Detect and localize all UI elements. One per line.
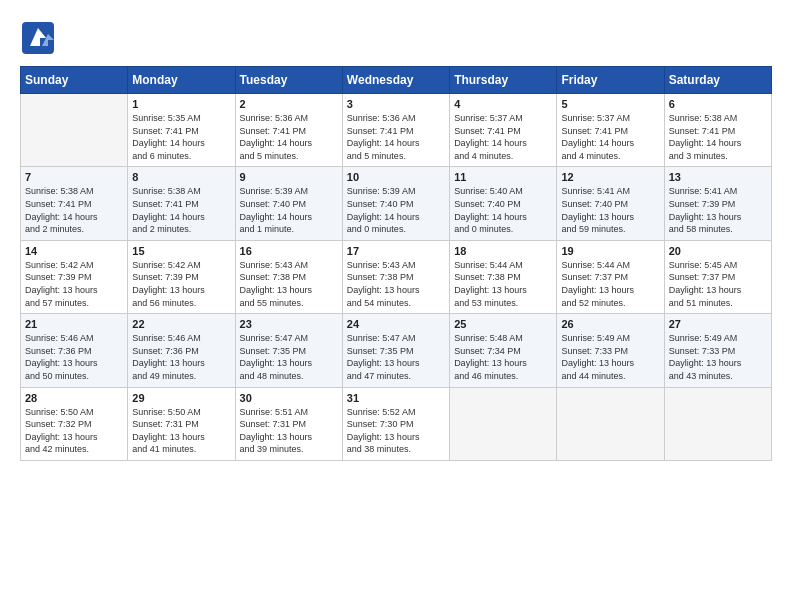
day-number: 6	[669, 98, 767, 110]
day-info: Sunrise: 5:49 AM Sunset: 7:33 PM Dayligh…	[561, 332, 659, 382]
day-info: Sunrise: 5:52 AM Sunset: 7:30 PM Dayligh…	[347, 406, 445, 456]
day-info: Sunrise: 5:45 AM Sunset: 7:37 PM Dayligh…	[669, 259, 767, 309]
calendar-table: SundayMondayTuesdayWednesdayThursdayFrid…	[20, 66, 772, 461]
day-info: Sunrise: 5:38 AM Sunset: 7:41 PM Dayligh…	[669, 112, 767, 162]
calendar-cell	[21, 94, 128, 167]
day-number: 29	[132, 392, 230, 404]
calendar-cell: 5Sunrise: 5:37 AM Sunset: 7:41 PM Daylig…	[557, 94, 664, 167]
calendar-cell: 13Sunrise: 5:41 AM Sunset: 7:39 PM Dayli…	[664, 167, 771, 240]
calendar-week-row: 14Sunrise: 5:42 AM Sunset: 7:39 PM Dayli…	[21, 240, 772, 313]
day-number: 16	[240, 245, 338, 257]
logo	[20, 20, 60, 56]
day-number: 13	[669, 171, 767, 183]
calendar-cell: 11Sunrise: 5:40 AM Sunset: 7:40 PM Dayli…	[450, 167, 557, 240]
calendar-cell: 12Sunrise: 5:41 AM Sunset: 7:40 PM Dayli…	[557, 167, 664, 240]
calendar-cell	[557, 387, 664, 460]
day-info: Sunrise: 5:47 AM Sunset: 7:35 PM Dayligh…	[347, 332, 445, 382]
calendar-cell: 8Sunrise: 5:38 AM Sunset: 7:41 PM Daylig…	[128, 167, 235, 240]
day-number: 26	[561, 318, 659, 330]
day-info: Sunrise: 5:36 AM Sunset: 7:41 PM Dayligh…	[347, 112, 445, 162]
day-info: Sunrise: 5:35 AM Sunset: 7:41 PM Dayligh…	[132, 112, 230, 162]
day-number: 22	[132, 318, 230, 330]
day-info: Sunrise: 5:41 AM Sunset: 7:40 PM Dayligh…	[561, 185, 659, 235]
calendar-header-row: SundayMondayTuesdayWednesdayThursdayFrid…	[21, 67, 772, 94]
day-info: Sunrise: 5:46 AM Sunset: 7:36 PM Dayligh…	[132, 332, 230, 382]
day-number: 21	[25, 318, 123, 330]
calendar-cell: 28Sunrise: 5:50 AM Sunset: 7:32 PM Dayli…	[21, 387, 128, 460]
day-number: 19	[561, 245, 659, 257]
day-info: Sunrise: 5:38 AM Sunset: 7:41 PM Dayligh…	[25, 185, 123, 235]
calendar-cell: 4Sunrise: 5:37 AM Sunset: 7:41 PM Daylig…	[450, 94, 557, 167]
calendar-cell: 18Sunrise: 5:44 AM Sunset: 7:38 PM Dayli…	[450, 240, 557, 313]
day-number: 18	[454, 245, 552, 257]
calendar-cell: 3Sunrise: 5:36 AM Sunset: 7:41 PM Daylig…	[342, 94, 449, 167]
calendar-cell: 22Sunrise: 5:46 AM Sunset: 7:36 PM Dayli…	[128, 314, 235, 387]
calendar-cell: 29Sunrise: 5:50 AM Sunset: 7:31 PM Dayli…	[128, 387, 235, 460]
calendar-cell: 30Sunrise: 5:51 AM Sunset: 7:31 PM Dayli…	[235, 387, 342, 460]
weekday-header: Wednesday	[342, 67, 449, 94]
day-info: Sunrise: 5:50 AM Sunset: 7:32 PM Dayligh…	[25, 406, 123, 456]
calendar-week-row: 1Sunrise: 5:35 AM Sunset: 7:41 PM Daylig…	[21, 94, 772, 167]
weekday-header: Sunday	[21, 67, 128, 94]
calendar-week-row: 7Sunrise: 5:38 AM Sunset: 7:41 PM Daylig…	[21, 167, 772, 240]
calendar-cell: 15Sunrise: 5:42 AM Sunset: 7:39 PM Dayli…	[128, 240, 235, 313]
day-info: Sunrise: 5:46 AM Sunset: 7:36 PM Dayligh…	[25, 332, 123, 382]
calendar-cell: 26Sunrise: 5:49 AM Sunset: 7:33 PM Dayli…	[557, 314, 664, 387]
day-info: Sunrise: 5:37 AM Sunset: 7:41 PM Dayligh…	[454, 112, 552, 162]
day-number: 12	[561, 171, 659, 183]
calendar-cell: 16Sunrise: 5:43 AM Sunset: 7:38 PM Dayli…	[235, 240, 342, 313]
calendar-cell: 10Sunrise: 5:39 AM Sunset: 7:40 PM Dayli…	[342, 167, 449, 240]
calendar-cell	[450, 387, 557, 460]
day-number: 14	[25, 245, 123, 257]
calendar-cell: 21Sunrise: 5:46 AM Sunset: 7:36 PM Dayli…	[21, 314, 128, 387]
logo-icon	[20, 20, 56, 56]
day-number: 27	[669, 318, 767, 330]
calendar-cell: 7Sunrise: 5:38 AM Sunset: 7:41 PM Daylig…	[21, 167, 128, 240]
day-info: Sunrise: 5:50 AM Sunset: 7:31 PM Dayligh…	[132, 406, 230, 456]
day-number: 23	[240, 318, 338, 330]
calendar-cell: 6Sunrise: 5:38 AM Sunset: 7:41 PM Daylig…	[664, 94, 771, 167]
day-info: Sunrise: 5:49 AM Sunset: 7:33 PM Dayligh…	[669, 332, 767, 382]
calendar-cell: 19Sunrise: 5:44 AM Sunset: 7:37 PM Dayli…	[557, 240, 664, 313]
calendar-cell: 17Sunrise: 5:43 AM Sunset: 7:38 PM Dayli…	[342, 240, 449, 313]
day-info: Sunrise: 5:43 AM Sunset: 7:38 PM Dayligh…	[240, 259, 338, 309]
day-number: 3	[347, 98, 445, 110]
day-info: Sunrise: 5:37 AM Sunset: 7:41 PM Dayligh…	[561, 112, 659, 162]
calendar-cell: 27Sunrise: 5:49 AM Sunset: 7:33 PM Dayli…	[664, 314, 771, 387]
calendar-cell: 25Sunrise: 5:48 AM Sunset: 7:34 PM Dayli…	[450, 314, 557, 387]
weekday-header: Thursday	[450, 67, 557, 94]
weekday-header: Monday	[128, 67, 235, 94]
day-number: 7	[25, 171, 123, 183]
day-info: Sunrise: 5:44 AM Sunset: 7:37 PM Dayligh…	[561, 259, 659, 309]
day-number: 11	[454, 171, 552, 183]
day-number: 24	[347, 318, 445, 330]
day-info: Sunrise: 5:51 AM Sunset: 7:31 PM Dayligh…	[240, 406, 338, 456]
day-info: Sunrise: 5:39 AM Sunset: 7:40 PM Dayligh…	[240, 185, 338, 235]
calendar-cell: 1Sunrise: 5:35 AM Sunset: 7:41 PM Daylig…	[128, 94, 235, 167]
day-number: 1	[132, 98, 230, 110]
day-number: 31	[347, 392, 445, 404]
day-number: 25	[454, 318, 552, 330]
page-header	[20, 20, 772, 56]
weekday-header: Saturday	[664, 67, 771, 94]
day-info: Sunrise: 5:41 AM Sunset: 7:39 PM Dayligh…	[669, 185, 767, 235]
day-number: 17	[347, 245, 445, 257]
day-info: Sunrise: 5:36 AM Sunset: 7:41 PM Dayligh…	[240, 112, 338, 162]
day-number: 20	[669, 245, 767, 257]
day-number: 10	[347, 171, 445, 183]
day-info: Sunrise: 5:42 AM Sunset: 7:39 PM Dayligh…	[132, 259, 230, 309]
calendar-cell	[664, 387, 771, 460]
day-info: Sunrise: 5:40 AM Sunset: 7:40 PM Dayligh…	[454, 185, 552, 235]
day-info: Sunrise: 5:43 AM Sunset: 7:38 PM Dayligh…	[347, 259, 445, 309]
weekday-header: Tuesday	[235, 67, 342, 94]
calendar-cell: 2Sunrise: 5:36 AM Sunset: 7:41 PM Daylig…	[235, 94, 342, 167]
calendar-cell: 24Sunrise: 5:47 AM Sunset: 7:35 PM Dayli…	[342, 314, 449, 387]
day-number: 5	[561, 98, 659, 110]
calendar-week-row: 21Sunrise: 5:46 AM Sunset: 7:36 PM Dayli…	[21, 314, 772, 387]
day-info: Sunrise: 5:42 AM Sunset: 7:39 PM Dayligh…	[25, 259, 123, 309]
day-number: 2	[240, 98, 338, 110]
day-number: 8	[132, 171, 230, 183]
calendar-cell: 9Sunrise: 5:39 AM Sunset: 7:40 PM Daylig…	[235, 167, 342, 240]
day-number: 28	[25, 392, 123, 404]
day-info: Sunrise: 5:47 AM Sunset: 7:35 PM Dayligh…	[240, 332, 338, 382]
